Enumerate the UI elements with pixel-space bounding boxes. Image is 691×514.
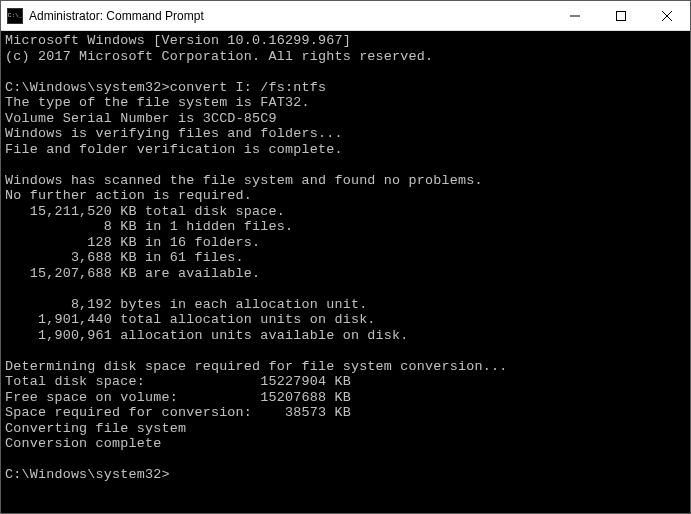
terminal-line xyxy=(5,452,686,468)
minimize-button[interactable] xyxy=(552,1,598,30)
terminal-line: 15,207,688 KB are available. xyxy=(5,266,686,282)
terminal-line: Windows has scanned the file system and … xyxy=(5,173,686,189)
terminal-line: No further action is required. xyxy=(5,188,686,204)
terminal-line: 8,192 bytes in each allocation unit. xyxy=(5,297,686,313)
terminal-line: Space required for conversion: 38573 KB xyxy=(5,405,686,421)
command-prompt-window: Administrator: Command Prompt Microsoft … xyxy=(0,0,691,514)
window-controls xyxy=(552,1,690,30)
terminal-line xyxy=(5,281,686,297)
terminal-line: Microsoft Windows [Version 10.0.16299.96… xyxy=(5,33,686,49)
terminal-line: 15,211,520 KB total disk space. xyxy=(5,204,686,220)
maximize-button[interactable] xyxy=(598,1,644,30)
terminal-line: C:\Windows\system32> xyxy=(5,467,686,483)
terminal-line: C:\Windows\system32>convert I: /fs:ntfs xyxy=(5,80,686,96)
terminal-line: Windows is verifying files and folders..… xyxy=(5,126,686,142)
window-title: Administrator: Command Prompt xyxy=(29,9,552,23)
terminal-line: 3,688 KB in 61 files. xyxy=(5,250,686,266)
terminal-output[interactable]: Microsoft Windows [Version 10.0.16299.96… xyxy=(1,31,690,513)
svg-rect-1 xyxy=(617,11,626,20)
app-icon xyxy=(7,8,23,24)
terminal-line: Total disk space: 15227904 KB xyxy=(5,374,686,390)
terminal-line xyxy=(5,157,686,173)
terminal-line: 128 KB in 16 folders. xyxy=(5,235,686,251)
terminal-line: Converting file system xyxy=(5,421,686,437)
terminal-line: Determining disk space required for file… xyxy=(5,359,686,375)
terminal-line: Conversion complete xyxy=(5,436,686,452)
terminal-line: Volume Serial Number is 3CCD-85C9 xyxy=(5,111,686,127)
close-button[interactable] xyxy=(644,1,690,30)
terminal-line: 1,900,961 allocation units available on … xyxy=(5,328,686,344)
terminal-line: (c) 2017 Microsoft Corporation. All righ… xyxy=(5,49,686,65)
terminal-line xyxy=(5,64,686,80)
terminal-line: 8 KB in 1 hidden files. xyxy=(5,219,686,235)
terminal-line xyxy=(5,343,686,359)
terminal-line: 1,901,440 total allocation units on disk… xyxy=(5,312,686,328)
titlebar[interactable]: Administrator: Command Prompt xyxy=(1,1,690,31)
terminal-line: Free space on volume: 15207688 KB xyxy=(5,390,686,406)
terminal-line: File and folder verification is complete… xyxy=(5,142,686,158)
terminal-line: The type of the file system is FAT32. xyxy=(5,95,686,111)
